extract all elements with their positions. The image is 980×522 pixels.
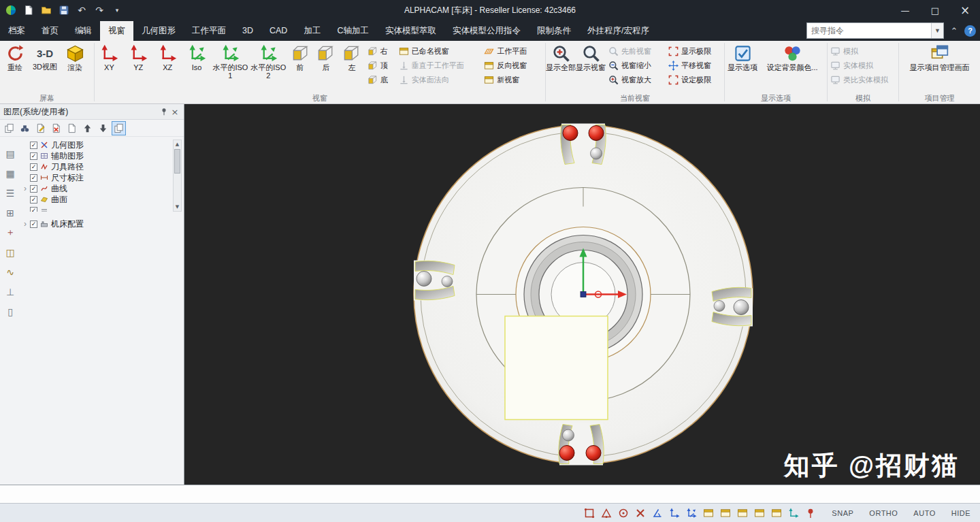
tree-scrollbar[interactable]: ▲ ▼ (173, 140, 182, 212)
solid-face-normal-button[interactable]: 实体面法向 (396, 73, 482, 87)
analog-solid-simulate-button[interactable]: 类比实体模拟 (828, 73, 897, 87)
tab-addins[interactable]: 外挂程序/宏程序 (579, 21, 657, 41)
copy-layers-icon[interactable] (3, 122, 16, 135)
close-panel-icon[interactable]: × (169, 106, 180, 117)
set-limits-button[interactable]: 设定极限 (666, 73, 723, 87)
new-document-button[interactable] (20, 2, 37, 18)
back-view-button[interactable]: 后 (313, 43, 339, 92)
pan-view-button[interactable]: 平移视窗 (666, 59, 723, 73)
endpoint-snap-icon[interactable] (584, 508, 595, 519)
perpendicular-icon[interactable]: ⊥ (4, 286, 16, 298)
window-3-icon[interactable] (737, 508, 748, 519)
tab-solid-extract[interactable]: 实体模型萃取 (377, 21, 444, 41)
polar-tracking-icon[interactable] (652, 508, 663, 519)
redo-button[interactable]: ↷ (91, 2, 108, 18)
maximize-button[interactable]: □ (920, 0, 950, 20)
zoom-out-button[interactable]: 视窗缩小 (606, 59, 666, 73)
workplane-button[interactable]: 工作平面 (481, 44, 545, 59)
checkbox-checked[interactable]: ✓ (30, 142, 37, 149)
tab-cad[interactable]: CAD (261, 21, 295, 41)
background-color-button[interactable]: 设定背景颜色... (760, 43, 824, 92)
tree-item-toolpath[interactable]: ✓ 刀具路径 (20, 161, 172, 172)
grid-icon[interactable]: ⊞ (4, 207, 16, 219)
checkbox-checked[interactable]: ✓ (30, 185, 37, 193)
perpendicular-workplane-button[interactable]: 垂直于工作平面 (396, 59, 482, 73)
checkbox-checked[interactable]: ✓ (30, 174, 37, 182)
minimize-button[interactable]: — (890, 0, 920, 20)
axes-2d-icon[interactable] (669, 508, 680, 519)
checkbox-checked[interactable]: ✓ (30, 207, 37, 212)
open-folder-button[interactable] (38, 2, 54, 18)
checkbox-checked[interactable]: ✓ (30, 196, 37, 203)
list-icon[interactable]: ☰ (4, 187, 16, 199)
front-view-button[interactable]: 前 (287, 43, 313, 92)
iso-view-button[interactable]: Iso (182, 43, 212, 92)
find-layer-icon[interactable] (18, 122, 31, 135)
display-options-button[interactable]: 显示选项 (725, 43, 760, 92)
right-view-button[interactable]: 右 (365, 44, 396, 59)
window-1-icon[interactable] (703, 508, 714, 519)
solid-simulate-button[interactable]: 实体模拟 (828, 59, 897, 73)
move-layer-down-icon[interactable] (97, 122, 110, 135)
project-manager-button[interactable]: 显示项目管理画面 (900, 43, 979, 92)
previous-view-button[interactable]: 先前视窗 (606, 44, 666, 59)
ucs-axes-icon[interactable] (788, 508, 799, 519)
auto-toggle[interactable]: AUTO (913, 509, 935, 517)
simulate-button[interactable]: 模拟 (828, 44, 897, 59)
scroll-up-icon[interactable]: ▲ (174, 140, 181, 148)
drawer-icon[interactable]: ▦ (4, 167, 16, 180)
tree-item-partial[interactable]: ✓ (20, 205, 172, 212)
delete-layer-icon[interactable] (50, 122, 63, 135)
tab-constraints[interactable]: 限制条件 (529, 21, 579, 41)
command-strip[interactable] (0, 485, 980, 503)
reverse-view-button[interactable]: 反向视窗 (481, 59, 545, 73)
tab-3d[interactable]: 3D (234, 21, 261, 41)
tree-item-dimensions[interactable]: ✓ 尺寸标注 (20, 172, 172, 183)
search-dropdown-icon[interactable]: ▼ (931, 23, 943, 38)
pin-icon[interactable] (805, 508, 816, 519)
zoom-in-button[interactable]: 视窗放大 (606, 73, 666, 87)
blank-doc-icon[interactable]: ▯ (4, 306, 16, 318)
zoom-all-button[interactable]: 显示全部 (546, 43, 576, 92)
show-limits-button[interactable]: 显示极限 (666, 44, 723, 59)
snap-toggle[interactable]: SNAP (832, 509, 853, 517)
sync-layers-icon[interactable] (112, 122, 125, 135)
plus-icon[interactable]: ＋ (4, 227, 16, 239)
render-button[interactable]: 渲染 (60, 43, 90, 92)
midpoint-snap-icon[interactable] (601, 508, 612, 519)
tree-item-auxiliary[interactable]: ✓ 辅助图形 (20, 150, 172, 161)
tab-view[interactable]: 视窗 (100, 21, 133, 41)
center-snap-icon[interactable] (618, 508, 629, 519)
xz-view-button[interactable]: XZ (153, 43, 182, 92)
curve-icon[interactable]: ∿ (4, 266, 16, 278)
tab-workplane[interactable]: 工作平面 (184, 21, 234, 41)
redraw-button[interactable]: 重绘 (0, 43, 30, 92)
horizontal-iso-1-button[interactable]: 水平的ISO 1 (212, 43, 250, 92)
new-window-button[interactable]: 新视窗 (481, 73, 545, 87)
help-icon[interactable]: ? (964, 25, 976, 37)
pin-panel-icon[interactable] (159, 106, 169, 117)
checkbox-checked[interactable]: ✓ (30, 221, 37, 228)
zoom-window-button[interactable]: 显示视窗 (576, 43, 606, 92)
cad-viewport[interactable]: 知乎 @招财猫 (184, 104, 980, 485)
save-button[interactable] (56, 2, 72, 18)
checkbox-checked[interactable]: ✓ (30, 152, 37, 160)
close-button[interactable]: × (950, 0, 980, 20)
new-layer-icon[interactable] (65, 122, 78, 135)
expand-icon[interactable]: › (20, 184, 30, 193)
left-view-button[interactable]: 左 (339, 43, 365, 92)
tree-item-geometry[interactable]: ✓ 几何图形 (20, 140, 172, 150)
tab-edit[interactable]: 编辑 (67, 21, 100, 41)
tab-file[interactable]: 档案 (0, 21, 33, 41)
checkbox-checked[interactable]: ✓ (30, 163, 37, 171)
collapse-ribbon-icon[interactable]: ⌃ (948, 26, 960, 36)
xy-view-button[interactable]: XY (95, 43, 124, 92)
tree-item-machine-config[interactable]: › ✓ 机床配置 (20, 218, 184, 229)
yz-view-button[interactable]: YZ (124, 43, 153, 92)
tab-machining[interactable]: 加工 (295, 21, 329, 41)
axes-iso-icon[interactable] (686, 508, 697, 519)
clipboard-icon[interactable]: ▤ (4, 148, 16, 160)
move-layer-up-icon[interactable] (81, 122, 94, 135)
window-2-icon[interactable] (720, 508, 731, 519)
tree-item-surfaces[interactable]: ✓ 曲面 (20, 194, 172, 205)
